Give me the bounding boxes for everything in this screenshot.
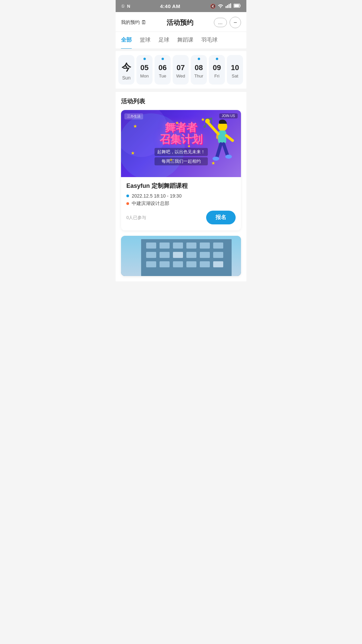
svg-point-13 — [213, 157, 219, 161]
calendar-day-10[interactable]: 10 Sat — [227, 55, 243, 85]
svg-rect-2 — [229, 4, 230, 8]
svg-point-9 — [205, 119, 210, 123]
activity-name-1: Easyfun 定制舞蹈课程 — [126, 182, 236, 190]
status-right: 🔇 — [210, 3, 241, 9]
activity-time-row: 2022.12.5 18:10 - 19:30 — [126, 193, 236, 199]
svg-rect-5 — [234, 4, 239, 7]
close-button[interactable]: − — [230, 17, 241, 28]
tab-football[interactable]: 足球 — [159, 32, 169, 49]
cal-day-label-10: Sat — [232, 73, 238, 78]
svg-rect-27 — [186, 252, 196, 258]
svg-rect-1 — [227, 5, 228, 8]
section-title: 活动列表 — [121, 97, 241, 105]
status-bar: ① N 4:40 AM 🔇 — [116, 0, 246, 12]
cal-day-num-09: 09 — [213, 63, 221, 72]
location-dot-icon — [126, 202, 129, 205]
cal-day-num-05: 05 — [140, 63, 148, 72]
svg-rect-20 — [173, 243, 183, 249]
cal-day-label-05: Mon — [140, 73, 148, 78]
svg-rect-25 — [160, 252, 170, 258]
cal-day-label-08: Thur — [194, 73, 203, 78]
more-button[interactable]: ... — [214, 18, 227, 27]
cal-day-label-06: Tue — [159, 73, 166, 78]
category-tabs: 全部 篮球 足球 舞蹈课 羽毛球 — [116, 32, 246, 49]
activity-meta-1: 2022.12.5 18:10 - 19:30 中建滨湖设计总部 — [126, 193, 236, 207]
svg-rect-29 — [213, 252, 223, 258]
svg-rect-33 — [186, 261, 196, 267]
svg-line-12 — [224, 144, 228, 156]
svg-rect-28 — [200, 252, 210, 258]
calendar-day-08[interactable]: 08 Thur — [191, 55, 207, 85]
svg-rect-35 — [213, 261, 223, 267]
svg-rect-7 — [218, 130, 226, 144]
calendar-day-05[interactable]: 05 Mon — [136, 55, 153, 85]
banner-title-line1: 舞者者 — [155, 122, 208, 133]
cal-day-label-today: Sun — [122, 75, 131, 80]
building-illustration — [121, 236, 241, 276]
svg-rect-32 — [173, 261, 183, 267]
activity-card-1[interactable]: ★ ★ ★ ★ ★ ★ ★ ✦ 三办生活 JOIN US 🎵 舞者者 召集计划 — [121, 110, 241, 230]
banner-subtitle1: 起舞吧，以出色见未来！ — [155, 148, 208, 156]
cal-dot-09 — [216, 58, 218, 60]
status-left: ① N — [121, 4, 130, 9]
mute-icon: 🔇 — [210, 4, 216, 9]
svg-line-11 — [217, 144, 221, 157]
activity-banner-1: ★ ★ ★ ★ ★ ★ ★ ✦ 三办生活 JOIN US 🎵 舞者者 召集计划 — [121, 110, 241, 177]
svg-rect-21 — [186, 243, 196, 249]
banner-label-join: JOIN US — [219, 113, 238, 118]
banner-dancer-figure — [204, 117, 234, 177]
svg-line-8 — [207, 122, 218, 134]
activity-location: 中建滨湖设计总部 — [132, 201, 169, 207]
activity-footer-1: 0人已参与 报名 — [126, 211, 236, 226]
svg-point-14 — [225, 155, 232, 159]
cal-dot-06 — [162, 58, 164, 60]
svg-rect-3 — [230, 3, 231, 8]
battery-icon — [234, 4, 241, 9]
cal-dot-05 — [143, 58, 146, 60]
svg-rect-26 — [173, 252, 183, 258]
header-actions: ... − — [214, 17, 241, 28]
calendar-day-06[interactable]: 06 Tue — [155, 55, 171, 85]
cal-day-num-08: 08 — [195, 63, 203, 72]
svg-line-10 — [226, 136, 233, 141]
banner-label-studio: 三办生活 — [124, 113, 143, 119]
calendar-day-07[interactable]: 07 Wed — [173, 55, 189, 85]
cal-day-num-10: 10 — [231, 63, 239, 72]
page-title: 活动预约 — [167, 18, 193, 27]
calendar-day-09[interactable]: 09 Fri — [209, 55, 225, 85]
signal-icon — [226, 3, 232, 9]
banner-text-content: 舞者者 召集计划 起舞吧，以出色见未来！ 每周三我们一起相约 — [155, 122, 208, 165]
banner-title-line2: 召集计划 — [155, 133, 208, 145]
banner-subtitle2: 每周三我们一起相约 — [155, 157, 208, 165]
activity-time: 2022.12.5 18:10 - 19:30 — [132, 193, 182, 199]
activity-banner-2 — [121, 236, 241, 276]
activity-location-row: 中建滨湖设计总部 — [126, 201, 236, 207]
cal-day-num-06: 06 — [159, 63, 167, 72]
activity-info-1: Easyfun 定制舞蹈课程 2022.12.5 18:10 - 19:30 中… — [121, 177, 241, 230]
cal-day-num-07: 07 — [177, 63, 185, 72]
activity-card-2[interactable] — [121, 236, 241, 276]
status-time: 4:40 AM — [160, 3, 180, 9]
tab-dance[interactable]: 舞蹈课 — [177, 32, 193, 49]
cal-day-num-today: 今 — [122, 61, 131, 74]
cal-day-label-09: Fri — [214, 73, 219, 78]
my-reservation-link[interactable]: 我的预约 🗓 — [121, 19, 146, 25]
svg-rect-34 — [200, 261, 210, 267]
reservation-icon: 🗓 — [141, 19, 146, 25]
time-dot-icon — [126, 195, 129, 197]
svg-rect-23 — [213, 243, 223, 249]
svg-rect-24 — [146, 252, 156, 258]
svg-rect-0 — [226, 6, 227, 8]
svg-rect-19 — [160, 243, 170, 249]
tab-all[interactable]: 全部 — [121, 32, 132, 49]
header: 我的预约 🗓 活动预约 ... − — [116, 12, 246, 32]
calendar-day-today[interactable]: 今 Sun — [118, 55, 134, 85]
tab-badminton[interactable]: 羽毛球 — [201, 32, 218, 49]
participants-count: 0人已参与 — [126, 215, 146, 221]
calendar-strip: 今 Sun 05 Mon 06 Tue 07 Wed 08 Thur 09 Fr… — [116, 51, 246, 89]
signup-button[interactable]: 报名 — [206, 211, 236, 224]
status-app-icon1: ① — [121, 4, 125, 9]
tab-basketball[interactable]: 篮球 — [140, 32, 150, 49]
svg-rect-31 — [160, 261, 170, 267]
wifi-icon — [218, 3, 224, 9]
